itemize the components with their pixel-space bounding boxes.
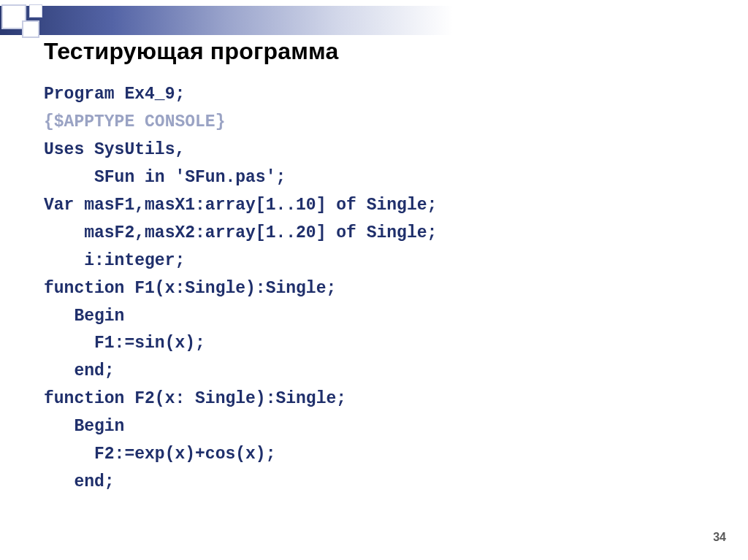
code-line: {$APPTYPE CONSOLE}	[44, 112, 225, 131]
content-area: Тестирующая программа Program Ex4_9; {$A…	[44, 38, 726, 496]
square-icon	[22, 20, 39, 38]
slide-title: Тестирующая программа	[44, 38, 726, 65]
code-line: F1:=sin(x);	[44, 334, 205, 353]
code-line: masF2,masX2:array[1..20] of Single;	[44, 223, 437, 242]
code-line: SFun in 'SFun.pas';	[44, 168, 286, 187]
code-line: Uses SysUtils,	[44, 140, 185, 159]
code-line: Var masF1,masX1:array[1..10] of Single;	[44, 196, 437, 215]
code-line: Begin	[44, 417, 124, 436]
code-line: i:integer;	[44, 251, 185, 270]
code-line: function F1(x:Single):Single;	[44, 279, 336, 298]
square-icon	[1, 4, 26, 29]
code-line: end;	[44, 472, 115, 491]
code-line: F2:=exp(x)+cos(x);	[44, 445, 275, 464]
code-block: Program Ex4_9; {$APPTYPE CONSOLE} Uses S…	[44, 81, 726, 496]
square-icon	[29, 4, 42, 18]
page-number: 34	[713, 531, 726, 544]
slide: Тестирующая программа Program Ex4_9; {$A…	[0, 0, 748, 560]
code-line: Program Ex4_9;	[44, 85, 185, 104]
code-line: Begin	[44, 307, 124, 326]
header-decoration	[0, 3, 748, 38]
gradient-bar	[0, 6, 453, 35]
code-line: end;	[44, 361, 115, 380]
code-line: function F2(x: Single):Single;	[44, 389, 346, 408]
